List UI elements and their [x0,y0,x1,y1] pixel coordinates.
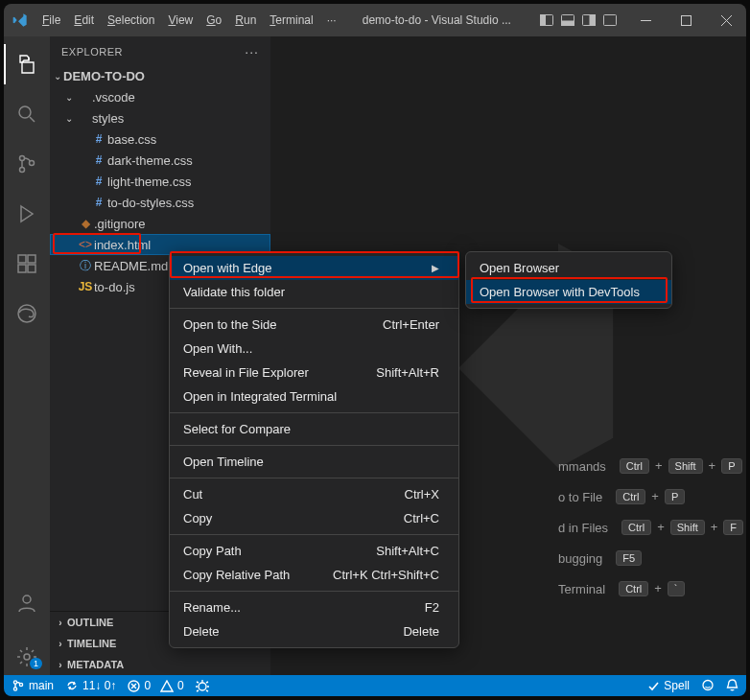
ctx-open-terminal[interactable]: Open in Integrated Terminal [170,385,458,408]
menu-selection[interactable]: Selection [102,10,160,31]
svg-rect-15 [28,265,35,272]
ctx-delete[interactable]: DeleteDelete [170,619,458,643]
activity-run-icon[interactable] [4,194,50,234]
toggle-panel-icon[interactable] [560,12,575,28]
ctx-rename[interactable]: Rename...F2 [170,595,458,619]
svg-rect-7 [641,20,651,21]
activity-extensions-icon[interactable] [4,244,50,284]
section-metadata[interactable]: ›METADATA [50,654,270,675]
status-sync[interactable]: 11↓ 0↑ [65,679,116,692]
menu-go[interactable]: Go [200,10,227,31]
activity-scm-icon[interactable] [4,144,50,184]
svg-rect-14 [18,265,26,272]
menu-terminal[interactable]: Terminal [264,10,318,31]
svg-rect-3 [562,21,574,26]
ctx-validate-folder[interactable]: Validate this folder [170,280,458,304]
menu-separator [170,591,458,592]
ctx-cut[interactable]: CutCtrl+X [170,482,458,506]
file-todo-styles-css[interactable]: #to-do-styles.css [50,192,270,213]
folder-vscode[interactable]: ⌄.vscode [50,86,270,107]
status-bar: main 11↓ 0↑ 0 0 Spell [4,675,746,696]
close-button[interactable] [706,4,746,36]
menu-file[interactable]: File [36,10,66,31]
menu-more[interactable]: ··· [321,10,342,31]
svg-point-24 [199,683,206,690]
title-bar: File Edit Selection View Go Run Terminal… [4,4,746,36]
info-file-icon: ⓘ [77,258,94,274]
explorer-title: EXPLORER [61,46,123,58]
css-file-icon: # [90,153,107,167]
gitignore-file-icon: ◆ [77,217,94,230]
file-gitignore[interactable]: ◆.gitignore [50,213,270,234]
html-file-icon: <> [77,238,94,251]
activity-account-icon[interactable] [4,583,50,623]
ctx-copy-path[interactable]: Copy PathShift+Alt+C [170,539,458,563]
ctx-open-timeline[interactable]: Open Timeline [170,450,458,474]
svg-rect-16 [28,255,35,263]
svg-point-20 [13,681,16,684]
menu-separator [170,412,458,413]
svg-rect-8 [681,15,691,25]
file-dark-theme-css[interactable]: #dark-theme.css [50,150,270,171]
layout-controls [531,12,625,28]
file-light-theme-css[interactable]: #light-theme.css [50,171,270,192]
explorer-more-icon[interactable]: ··· [245,44,259,59]
ctx-copy[interactable]: CopyCtrl+C [170,506,458,530]
app-icon [4,12,36,28]
activity-explorer-icon[interactable] [4,44,50,84]
status-bell-icon[interactable] [726,679,738,692]
svg-point-12 [30,161,35,166]
svg-point-25 [703,681,713,690]
svg-point-9 [19,106,31,118]
status-spell[interactable]: Spell [647,679,690,692]
js-file-icon: JS [77,280,94,293]
welcome-shortcuts: mmandsCtrl+Shift+P o to FileCtrl+P d in … [558,458,743,596]
menu-view[interactable]: View [162,10,199,31]
css-file-icon: # [90,132,107,146]
menu-edit[interactable]: Edit [68,10,100,31]
settings-badge: 1 [30,658,42,669]
menu-separator [170,534,458,535]
menu-run[interactable]: Run [229,10,262,31]
context-submenu: Open Browser Open Browser with DevTools [465,251,672,309]
menu-separator [170,478,458,478]
activity-edge-icon[interactable] [4,293,50,334]
toggle-primary-sidebar-icon[interactable] [539,12,554,28]
customize-layout-icon[interactable] [602,12,618,28]
ctx-open-with-edge[interactable]: Open with Edge▶ [170,256,458,280]
status-problems[interactable]: 0 0 [128,679,183,692]
folder-styles[interactable]: ⌄styles [50,107,270,128]
svg-point-18 [23,595,31,603]
ctx-select-compare[interactable]: Select for Compare [170,417,458,441]
menu-separator [170,308,458,309]
tree-root[interactable]: ⌄DEMO-TO-DO [50,65,270,86]
ctx-open-with[interactable]: Open With... [170,337,458,361]
sub-open-browser[interactable]: Open Browser [466,256,671,280]
toggle-secondary-sidebar-icon[interactable] [581,12,597,28]
svg-rect-13 [18,255,26,263]
minimize-button[interactable] [625,4,666,36]
svg-point-10 [20,156,25,161]
maximize-button[interactable] [666,4,706,36]
svg-point-19 [24,654,30,660]
file-base-css[interactable]: #base.css [50,128,270,150]
menu-bar: File Edit Selection View Go Run Terminal… [36,10,342,31]
status-debug-icon[interactable] [196,679,209,692]
context-menu: Open with Edge▶ Validate this folder Ope… [169,251,459,648]
ctx-open-to-side[interactable]: Open to the SideCtrl+Enter [170,313,458,337]
css-file-icon: # [90,196,107,209]
ctx-copy-relative-path[interactable]: Copy Relative PathCtrl+K Ctrl+Shift+C [170,563,458,587]
sub-open-browser-devtools[interactable]: Open Browser with DevTools [466,280,671,304]
activity-search-icon[interactable] [4,94,50,134]
status-feedback-icon[interactable] [701,679,715,692]
activity-settings-icon[interactable]: 1 [4,639,50,675]
svg-point-21 [13,688,16,690]
svg-point-11 [20,168,25,173]
status-branch[interactable]: main [12,679,54,692]
activity-bar: 1 [4,36,50,675]
css-file-icon: # [90,175,107,188]
chevron-right-icon: ▶ [432,263,439,273]
svg-rect-1 [541,15,546,26]
svg-rect-5 [590,15,596,26]
ctx-reveal[interactable]: Reveal in File ExplorerShift+Alt+R [170,361,458,385]
